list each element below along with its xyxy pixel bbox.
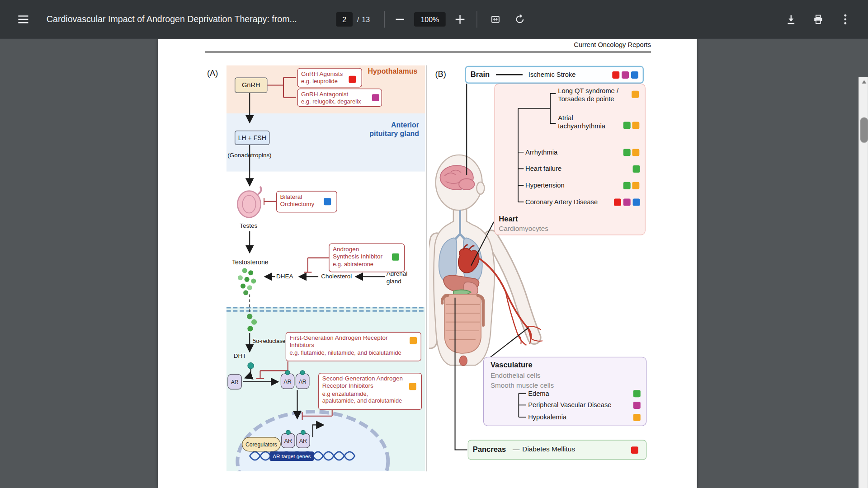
print-icon xyxy=(813,14,824,25)
scrollbar-up-button[interactable] xyxy=(859,77,868,86)
intestines xyxy=(443,294,481,353)
secondgen-line2: Receptor Inhibitors xyxy=(322,383,418,390)
print-button[interactable] xyxy=(809,12,828,27)
ar-box-pair-2: AR xyxy=(296,374,310,389)
panel-a: Hypothalamus GnRH GnRH Agonists e.g. leu… xyxy=(226,65,425,471)
journal-header-rule xyxy=(205,52,651,52)
vasculature-callout: Vasculature Endothelial cells Smooth mus… xyxy=(483,357,646,426)
legend-square-red xyxy=(349,76,356,83)
brain-label: Brain xyxy=(471,70,490,80)
legend-square-orange xyxy=(409,383,416,390)
diabetes-label: Diabetes Mellitus xyxy=(522,446,575,454)
legend-square-orange xyxy=(632,182,639,189)
pituitary-line1: Anterior xyxy=(369,121,419,130)
hamburger-icon xyxy=(18,13,28,25)
pdf-content-area: Current Oncology Reports (A) xyxy=(0,39,868,488)
testes-label: Testes xyxy=(240,222,257,230)
scrollbar-track[interactable] xyxy=(859,77,868,488)
legend-square-blue xyxy=(631,71,638,78)
hypothalamus-label: Hypothalamus xyxy=(368,67,418,76)
gnrh-box: GnRH xyxy=(235,77,267,93)
heart-conditions-panel: Long QT syndrome / Torsades de pointe At… xyxy=(494,84,645,235)
endothelial-label: Endothelial cells xyxy=(491,372,541,380)
panel-a-label: (A) xyxy=(207,68,218,79)
orchiectomy-box: Bilateral Orchiectomy xyxy=(276,191,337,212)
condition-hypokalemia: Hypokalemia xyxy=(528,413,566,422)
nuclear-ar-box-2: AR xyxy=(296,433,310,448)
gnrh-antagonist-line1: GnRH Antagonist xyxy=(301,91,378,98)
legend-square-orange xyxy=(410,337,417,344)
condition-hypertension: Hypertension xyxy=(525,182,565,190)
testosterone-label: Testosterone xyxy=(232,258,269,267)
dhea-label: DHEA xyxy=(276,273,293,281)
panel-b: (B) xyxy=(429,65,697,471)
legend-square-orange xyxy=(632,91,639,98)
legend-square-green xyxy=(392,253,399,261)
page-separator: / xyxy=(357,15,359,23)
intracellular-molecules xyxy=(247,314,257,331)
panel-divider xyxy=(426,65,427,471)
ar-label: AR xyxy=(299,438,307,444)
pituitary-line2: pituitary gland xyxy=(369,130,419,139)
condition-atrial-tachyarrhythmia: Atrial tachyarrhythmia xyxy=(558,114,605,131)
page-total: 13 xyxy=(362,15,370,23)
ligand-dot xyxy=(300,370,305,375)
ar-label: AR xyxy=(299,378,307,384)
zoom-out-button[interactable] xyxy=(391,12,408,27)
legend-square-green xyxy=(623,122,631,129)
scrollbar-thumb[interactable] xyxy=(860,117,868,143)
nuclear-ar-box-1: AR xyxy=(281,433,295,448)
testosterone-molecules xyxy=(238,268,256,295)
ligand-dot xyxy=(286,430,291,435)
plus-icon xyxy=(456,15,465,24)
condition-long-qt: Long QT syndrome / Torsades de pointe xyxy=(558,87,618,103)
lh-fsh-label: LH + FSH xyxy=(238,135,266,141)
rotate-icon xyxy=(514,14,525,25)
secondgen-line3: e.g enzalutamide, xyxy=(322,390,418,397)
legend-square-green xyxy=(623,182,631,189)
zoom-in-button[interactable] xyxy=(451,12,469,27)
testes-graphic xyxy=(237,187,261,218)
condition-pvd: Peripheral Vascular Disease xyxy=(528,401,611,409)
browser-viewport: Cardiovascular Impact of Androgen Depriv… xyxy=(0,0,868,488)
cardiomyocytes-label: Cardiomyocytes xyxy=(499,225,548,233)
firstgen-line3: e.g. flutamide, nilutamide, and bicaluta… xyxy=(289,349,417,356)
zoom-level[interactable]: 100% xyxy=(414,12,446,27)
condition-heart-failure: Heart failure xyxy=(525,165,561,173)
legend-square-magenta xyxy=(622,71,629,78)
fit-to-page-button[interactable] xyxy=(486,12,505,27)
menu-button[interactable] xyxy=(14,12,32,27)
legend-square-red xyxy=(614,199,621,206)
download-button[interactable] xyxy=(782,12,801,27)
ar-target-genes-label: AR target genes xyxy=(273,453,311,459)
brain-connector-line xyxy=(496,74,523,75)
brain-callout: Brain Ischemic Stroke xyxy=(465,66,644,84)
pituitary-label: Anterior pituitary gland xyxy=(369,121,419,138)
legend-square-green xyxy=(633,390,641,397)
asi-line2: Synthesis Inhibitor xyxy=(333,253,401,260)
rotate-button[interactable] xyxy=(510,12,529,27)
more-options-button[interactable] xyxy=(836,12,855,27)
reductase-label: 5α-reductase xyxy=(253,338,286,345)
secondgen-line4: apalutamide, and darolutamide xyxy=(322,397,418,404)
pdf-page: Current Oncology Reports (A) xyxy=(158,39,697,488)
legend-square-orange xyxy=(632,149,639,156)
legend-square-red xyxy=(631,446,638,454)
asi-line1: Androgen xyxy=(333,246,401,253)
pancreas-callout: Pancreas — Diabetes Mellitus xyxy=(468,440,647,460)
page-number-input[interactable] xyxy=(336,12,353,27)
ischemic-stroke-label: Ischemic Stroke xyxy=(528,70,576,79)
dht-molecule xyxy=(248,363,254,369)
vasculature-label: Vasculature xyxy=(491,361,533,370)
minus-icon xyxy=(396,19,404,20)
legend-square-orange xyxy=(633,414,641,421)
coregulators-label: Coregulators xyxy=(245,441,277,447)
journal-header: Current Oncology Reports xyxy=(574,41,651,49)
inhibitor-lines xyxy=(256,77,332,420)
cholesterol-label: Cholesterol xyxy=(321,273,352,281)
toolbar-separator xyxy=(384,11,385,28)
condition-edema: Edema xyxy=(528,389,549,398)
firstgen-line2: Inhibitors xyxy=(289,342,417,349)
legend-square-green xyxy=(623,149,631,156)
lh-fsh-box: LH + FSH xyxy=(235,131,269,145)
